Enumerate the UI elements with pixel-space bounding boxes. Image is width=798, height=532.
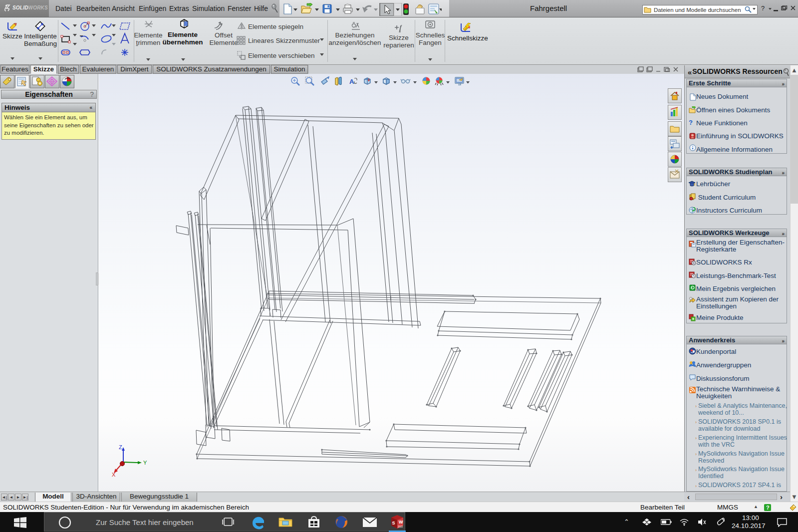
svg-text:SOLIDWORKS: SOLIDWORKS: [12, 5, 48, 10]
svg-text:S: S: [392, 521, 395, 526]
svg-text:X: X: [112, 472, 116, 478]
svg-text:A: A: [349, 78, 354, 85]
svg-text:?: ?: [766, 505, 770, 511]
svg-text:2015: 2015: [398, 526, 403, 528]
svg-text:Y: Y: [143, 460, 147, 466]
svg-text:W: W: [399, 520, 403, 525]
svg-text:Z: Z: [119, 444, 122, 450]
